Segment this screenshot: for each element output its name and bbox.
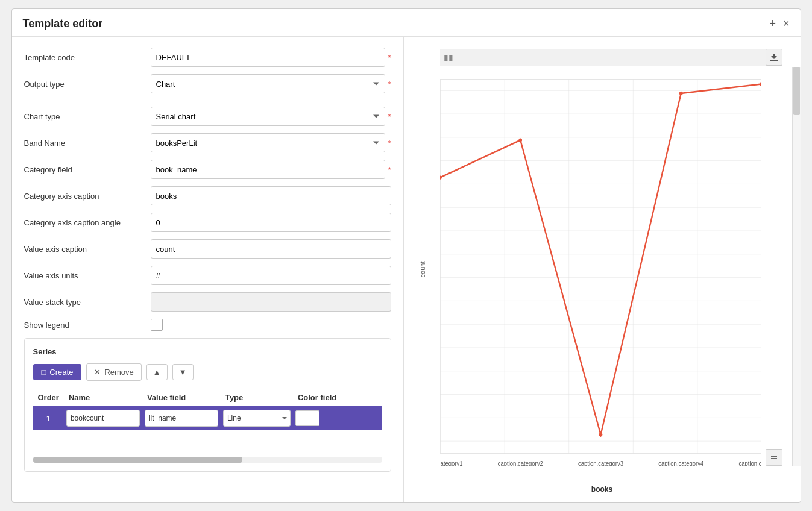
svg-text:caption.category5: caption.category5 (738, 460, 761, 466)
color-field-box[interactable] (295, 410, 319, 426)
modal-body: Template code * Output type Chart Table … (12, 37, 801, 502)
output-type-label: Output type (24, 80, 151, 89)
series-section: Series □ Create ✕ Remove ▲ ▼ (24, 338, 391, 472)
output-type-row: Output type Chart Table Text * (24, 74, 391, 93)
svg-text:caption.category2: caption.category2 (497, 460, 543, 466)
series-type-select[interactable]: Line Bar Area (223, 410, 291, 427)
remove-series-button[interactable]: ✕ Remove (86, 363, 141, 381)
value-axis-caption-label: Value axis caption (24, 245, 151, 254)
series-toolbar: □ Create ✕ Remove ▲ ▼ (33, 363, 382, 381)
create-label: Create (49, 368, 73, 377)
value-axis-caption-row: Value axis caption (24, 239, 391, 259)
category-axis-caption-label: Category axis caption (24, 192, 151, 201)
data-point-4 (679, 92, 682, 95)
template-code-required: * (388, 53, 391, 62)
show-legend-label: Show legend (24, 321, 151, 330)
create-series-button[interactable]: □ Create (33, 364, 82, 380)
show-legend-row: Show legend (24, 319, 391, 331)
move-up-button[interactable]: ▲ (146, 364, 168, 380)
category-axis-angle-row: Category axis caption angle (24, 213, 391, 232)
series-order: 1 (33, 406, 64, 431)
modal-title: Template editor (23, 17, 103, 30)
value-stack-type-label: Value stack type (24, 298, 151, 307)
value-axis-caption-input[interactable] (151, 239, 391, 259)
category-axis-angle-input[interactable] (151, 213, 391, 232)
value-axis-units-input[interactable] (151, 266, 391, 285)
series-scrollbar[interactable] (33, 457, 382, 463)
close-icon[interactable]: × (783, 17, 790, 30)
svg-rect-3 (440, 80, 761, 454)
chart-area: 90 # 85 # 80 # 75 # 70 # 65 # 60 # 55 # … (440, 67, 761, 466)
chart-type-label: Chart type (24, 112, 151, 121)
chart-scrollbar-thumb (793, 67, 800, 115)
chart-type-required: * (388, 112, 391, 121)
modal-header-actions: + × (769, 17, 789, 30)
series-color-field-cell (293, 406, 382, 431)
left-panel: Template code * Output type Chart Table … (12, 37, 404, 502)
series-name-input[interactable] (66, 410, 140, 427)
category-axis-caption-row: Category axis caption (24, 186, 391, 205)
series-value-field-input[interactable] (145, 410, 218, 427)
col-type: Type (221, 389, 293, 406)
category-field-required: * (388, 165, 391, 174)
svg-rect-0 (770, 60, 778, 61)
svg-rect-1 (771, 456, 777, 457)
pause-icon: ▮▮ (444, 52, 453, 62)
series-name-cell (64, 406, 142, 431)
svg-rect-2 (771, 458, 777, 459)
template-code-row: Template code * (24, 48, 391, 67)
value-axis-units-label: Value axis units (24, 271, 151, 280)
band-name-select[interactable]: booksPerLit (151, 133, 386, 152)
chart-top-bar: ▮▮ (440, 49, 782, 66)
value-stack-type-input[interactable] (151, 292, 391, 312)
col-value-field: Value field (142, 389, 221, 406)
svg-text:caption.category4: caption.category4 (658, 460, 703, 466)
x-icon: ✕ (94, 368, 101, 377)
output-type-select[interactable]: Chart Table Text (151, 74, 386, 93)
col-order: Order (33, 389, 64, 406)
template-code-input[interactable] (151, 48, 386, 67)
svg-text:caption.category1: caption.category1 (440, 460, 463, 466)
category-field-label: Category field (24, 165, 151, 174)
series-type-cell: Line Bar Area (221, 406, 293, 431)
chart-svg: 90 # 85 # 80 # 75 # 70 # 65 # 60 # 55 # … (440, 67, 761, 466)
chart-download-button[interactable] (766, 49, 782, 66)
data-point-2 (518, 138, 522, 142)
output-type-required: * (388, 80, 391, 89)
chart-type-row: Chart type Serial chart Pie chart Bar ch… (24, 107, 391, 126)
category-axis-caption-input[interactable] (151, 186, 391, 205)
move-down-button[interactable]: ▼ (172, 364, 194, 380)
remove-label: Remove (104, 368, 133, 377)
series-empty-area (33, 430, 382, 454)
modal-header: Template editor + × (12, 9, 801, 37)
chart-scrollbar-track[interactable] (792, 67, 801, 466)
value-axis-units-row: Value axis units (24, 266, 391, 285)
band-name-label: Band Name (24, 139, 151, 148)
chart-scroll-button[interactable] (766, 449, 782, 466)
table-row: 1 Line Bar (33, 406, 382, 431)
chart-type-select[interactable]: Serial chart Pie chart Bar chart (151, 107, 386, 126)
right-panel: ▮▮ JS chart by amCharts count (404, 37, 801, 502)
show-legend-checkbox[interactable] (151, 319, 163, 331)
data-point-3 (599, 433, 602, 436)
band-name-row: Band Name booksPerLit * (24, 133, 391, 152)
copy-icon: □ (42, 368, 46, 377)
series-table: Order Name Value field Type Color field … (33, 389, 382, 430)
category-field-input[interactable] (151, 160, 386, 179)
band-name-required: * (388, 139, 391, 148)
template-editor-modal: Template editor + × Template code * Outp… (11, 8, 801, 503)
series-title: Series (33, 347, 382, 356)
svg-text:caption.category3: caption.category3 (578, 460, 623, 466)
value-stack-type-row: Value stack type (24, 292, 391, 312)
col-color-field: Color field (293, 389, 382, 406)
category-axis-angle-label: Category axis caption angle (24, 218, 151, 227)
series-scrollbar-thumb (33, 457, 242, 463)
series-value-field-cell (142, 406, 221, 431)
template-code-label: Template code (24, 53, 151, 62)
col-name: Name (64, 389, 142, 406)
category-field-row: Category field * (24, 160, 391, 179)
x-axis-label: books (591, 485, 612, 494)
series-type-select-wrap: Line Bar Area (223, 410, 291, 427)
plus-icon[interactable]: + (769, 17, 776, 30)
y-axis-label: count (419, 262, 426, 278)
